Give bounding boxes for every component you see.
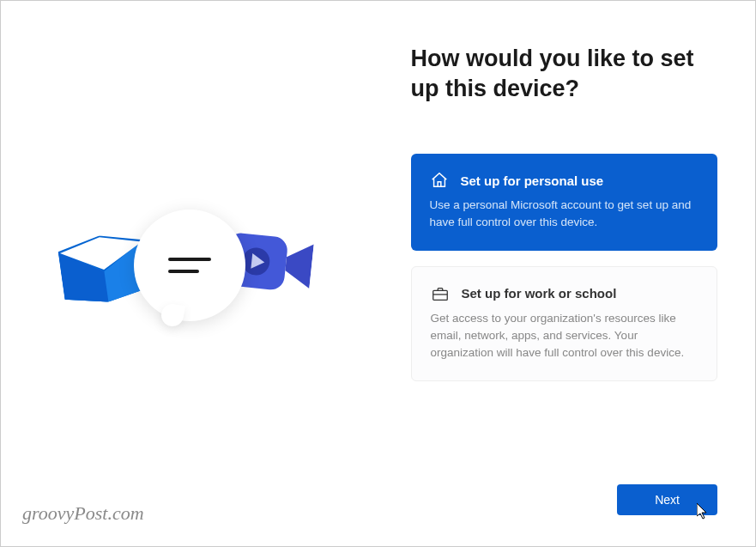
watermark: groovyPost.com bbox=[22, 502, 144, 525]
svg-rect-7 bbox=[432, 290, 447, 300]
option-description: Use a personal Microsoft account to get … bbox=[430, 197, 699, 232]
option-title: Set up for personal use bbox=[461, 173, 604, 188]
option-description: Get access to your organization's resour… bbox=[431, 310, 699, 362]
setup-illustration bbox=[52, 188, 327, 360]
page-title: How would you like to set up this device… bbox=[411, 44, 718, 104]
option-title: Set up for work or school bbox=[462, 286, 617, 301]
next-button[interactable]: Next bbox=[617, 484, 717, 515]
option-work-school[interactable]: Set up for work or school Get access to … bbox=[411, 266, 718, 382]
options-panel: How would you like to set up this device… bbox=[378, 1, 756, 546]
option-personal-use[interactable]: Set up for personal use Use a personal M… bbox=[411, 154, 718, 251]
speech-bubble-icon bbox=[134, 210, 245, 321]
illustration-panel bbox=[1, 1, 378, 546]
home-icon bbox=[430, 171, 449, 190]
briefcase-icon bbox=[431, 284, 450, 303]
